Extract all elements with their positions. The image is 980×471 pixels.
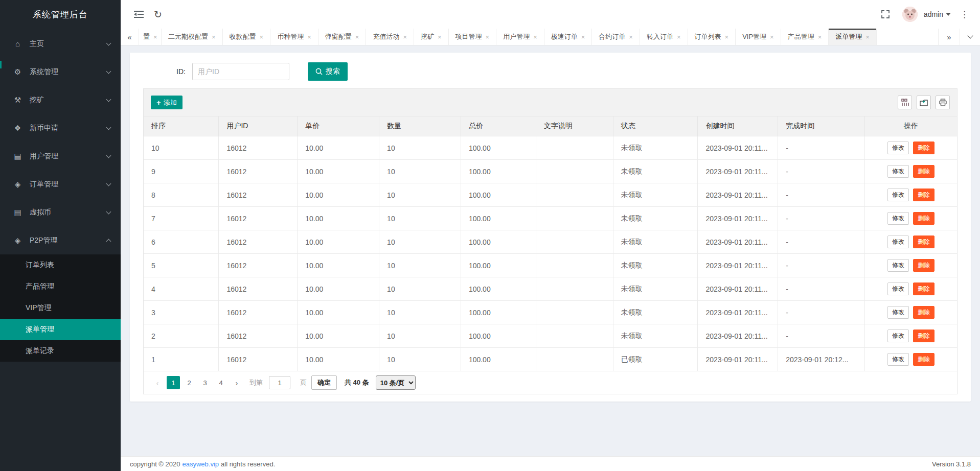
- sidebar-item-订单管理[interactable]: ◈订单管理: [0, 170, 121, 198]
- close-icon[interactable]: ×: [307, 33, 311, 41]
- search-button[interactable]: 搜索: [308, 62, 348, 81]
- cell-total: 100.00: [461, 160, 536, 183]
- edit-button[interactable]: 修改: [887, 165, 909, 178]
- sidebar-subitem-VIP管理[interactable]: VIP管理: [0, 297, 121, 319]
- tab-项目管理[interactable]: 项目管理×: [449, 29, 497, 45]
- close-icon[interactable]: ×: [629, 33, 633, 41]
- sidebar-item-系统管理[interactable]: ⚙系统管理: [0, 58, 121, 86]
- refresh-icon[interactable]: ↻: [148, 5, 168, 23]
- tab-转入订单[interactable]: 转入订单×: [640, 29, 688, 45]
- tab-产品管理[interactable]: 产品管理×: [781, 29, 829, 45]
- close-icon[interactable]: ×: [818, 33, 822, 41]
- kebab-menu-icon[interactable]: ⋮: [953, 9, 973, 20]
- delete-button[interactable]: 删除: [913, 306, 935, 319]
- sidebar-item-用户管理[interactable]: ▤用户管理: [0, 142, 121, 170]
- tab-VIP管理[interactable]: VIP管理×: [736, 29, 781, 45]
- tabs-dropdown[interactable]: [960, 29, 980, 45]
- tab-置[interactable]: 置×: [139, 29, 162, 45]
- edit-button[interactable]: 修改: [887, 189, 909, 201]
- sidebar-item-P2P管理[interactable]: ◈P2P管理: [0, 226, 121, 254]
- close-icon[interactable]: ×: [212, 33, 216, 41]
- copyright-link[interactable]: easyweb.vip: [182, 460, 219, 468]
- columns-toggle-button[interactable]: [898, 96, 912, 109]
- edit-button[interactable]: 修改: [887, 306, 909, 319]
- page-button-3[interactable]: 3: [198, 376, 212, 389]
- delete-button[interactable]: 删除: [913, 353, 935, 366]
- tab-挖矿[interactable]: 挖矿×: [414, 29, 449, 45]
- goto-page-input[interactable]: [269, 376, 290, 389]
- tabs-scroll-right[interactable]: »: [938, 29, 960, 45]
- sidebar-subitem-产品管理[interactable]: 产品管理: [0, 276, 121, 297]
- user-menu[interactable]: admin: [924, 10, 951, 18]
- tab-币种管理[interactable]: 币种管理×: [270, 29, 318, 45]
- avatar[interactable]: [902, 7, 918, 22]
- sidebar-subitem-派单记录[interactable]: 派单记录: [0, 340, 121, 362]
- page-button-4[interactable]: 4: [214, 376, 227, 389]
- tab-充值活动[interactable]: 充值活动×: [366, 29, 414, 45]
- close-icon[interactable]: ×: [153, 33, 157, 41]
- tab-用户管理[interactable]: 用户管理×: [496, 29, 544, 45]
- close-icon[interactable]: ×: [355, 33, 359, 41]
- goto-confirm-button[interactable]: 确定: [311, 375, 337, 390]
- delete-button[interactable]: 删除: [913, 212, 935, 225]
- close-icon[interactable]: ×: [438, 33, 442, 41]
- tab-二元期权配置[interactable]: 二元期权配置×: [162, 29, 223, 45]
- edit-button[interactable]: 修改: [887, 212, 909, 225]
- close-icon[interactable]: ×: [403, 33, 407, 41]
- edit-button[interactable]: 修改: [887, 236, 909, 248]
- tab-label: 派单管理: [835, 32, 862, 41]
- close-icon[interactable]: ×: [581, 33, 585, 41]
- tab-弹窗配置[interactable]: 弹窗配置×: [318, 29, 367, 45]
- page-button-1[interactable]: 1: [167, 376, 180, 389]
- cell-price: 10.00: [298, 277, 379, 301]
- sidebar-subitem-派单管理[interactable]: 派单管理: [0, 319, 121, 340]
- chevron-down-icon: [106, 209, 111, 214]
- sidebar-subitem-订单列表[interactable]: 订单列表: [0, 254, 121, 276]
- delete-button[interactable]: 删除: [913, 329, 935, 342]
- edit-button[interactable]: 修改: [887, 282, 909, 295]
- delete-button[interactable]: 删除: [913, 259, 935, 272]
- sidebar-scrollbar-thumb[interactable]: [0, 61, 2, 68]
- tab-派单管理[interactable]: 派单管理×: [829, 29, 877, 45]
- sidebar-item-虚拟币[interactable]: ▤虚拟币: [0, 198, 121, 226]
- tab-收款配置[interactable]: 收款配置×: [223, 29, 271, 45]
- edit-button[interactable]: 修改: [887, 142, 909, 154]
- close-icon[interactable]: ×: [770, 33, 774, 41]
- cell-sort: 8: [144, 183, 219, 207]
- page-size-select[interactable]: 10 条/页: [376, 375, 416, 390]
- close-icon[interactable]: ×: [533, 33, 537, 41]
- page-next-button[interactable]: ›: [230, 376, 243, 389]
- sidebar-item-挖矿[interactable]: ⚒挖矿: [0, 86, 121, 114]
- page-prev-button[interactable]: ‹: [151, 376, 164, 389]
- add-button[interactable]: + 添加: [151, 96, 183, 109]
- tab-合约订单[interactable]: 合约订单×: [592, 29, 640, 45]
- page-button-2[interactable]: 2: [183, 376, 196, 389]
- pagination: ‹ 1234 › 到第 页 确定 共 40 条 10 条/页: [144, 371, 957, 394]
- tab-label: VIP管理: [742, 32, 766, 41]
- chevron-up-icon: [106, 239, 111, 244]
- edit-button[interactable]: 修改: [887, 353, 909, 366]
- mining-icon: ⚒: [13, 96, 22, 105]
- close-icon[interactable]: ×: [865, 33, 870, 41]
- delete-button[interactable]: 删除: [913, 236, 935, 248]
- sidebar-toggle-icon[interactable]: [129, 5, 148, 23]
- delete-button[interactable]: 删除: [913, 142, 935, 154]
- sidebar-item-主页[interactable]: ⌂主页: [0, 30, 121, 58]
- delete-button[interactable]: 删除: [913, 189, 935, 201]
- close-icon[interactable]: ×: [677, 33, 681, 41]
- edit-button[interactable]: 修改: [887, 259, 909, 272]
- export-button[interactable]: [917, 96, 931, 109]
- fullscreen-icon[interactable]: [876, 5, 895, 23]
- delete-button[interactable]: 删除: [913, 165, 935, 178]
- search-input[interactable]: [192, 63, 289, 80]
- close-icon[interactable]: ×: [486, 33, 490, 41]
- tab-订单列表[interactable]: 订单列表×: [688, 29, 736, 45]
- close-icon[interactable]: ×: [260, 33, 264, 41]
- print-button[interactable]: [936, 96, 950, 109]
- sidebar-item-新币申请[interactable]: ❖新币申请: [0, 114, 121, 142]
- delete-button[interactable]: 删除: [913, 282, 935, 295]
- edit-button[interactable]: 修改: [887, 329, 909, 342]
- tabs-scroll-left[interactable]: «: [121, 29, 139, 45]
- close-icon[interactable]: ×: [725, 33, 729, 41]
- tab-极速订单[interactable]: 极速订单×: [544, 29, 592, 45]
